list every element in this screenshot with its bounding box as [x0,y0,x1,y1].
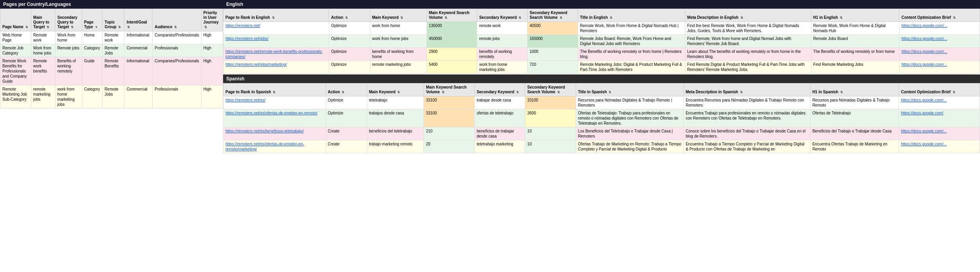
es-sec-kw-sort[interactable]: ⇅ [516,91,519,94]
es-content-3[interactable]: https://docs.google.com/... [899,140,980,153]
spanish-table-row: https://remoters.net/es/ofertas-de-emple… [223,140,980,153]
es-action-sort[interactable]: ⇅ [342,91,344,94]
es-content-2[interactable]: https://docs.google.com/... [899,127,980,140]
es-page-rank-link[interactable]: https://remoters.net/es/ [225,98,265,102]
left-table: Page Name ⇅ Main Query to Target ⇅ Secon… [0,9,223,109]
left-cell-1-1: Work from home jobs [31,44,55,57]
en-title-3: Remote Marketing Jobs: Digital & Product… [578,61,685,74]
en-content-sort[interactable]: ⇅ [953,16,956,20]
es-content-link[interactable]: https://docs.google.com/... [901,129,947,133]
en-page-rank-link[interactable]: https://remoters.net/remote-work-benefit… [225,49,322,59]
es-page-rank-link[interactable]: https://remoters.net/es/ofertas-de-emple… [225,142,304,151]
left-cell-3-3: Category [82,85,103,109]
secondary-query-sort-icon[interactable]: ⇅ [71,25,74,29]
es-main-kw-3: trabajo marketing remoto [367,140,424,153]
es-page-rank-2[interactable]: https://remoters.net/es/beneficios-telet… [223,127,326,140]
en-page-rank-link[interactable]: https://remoters.net/jobs/ [225,36,268,41]
es-content-0[interactable]: https://docs.google.com/... [899,96,980,109]
en-main-kw-1: work from home jobs [370,35,427,48]
th-secondary-query: Secondary Query to Target ⇅ [55,9,82,31]
left-cell-1-3: Category [82,44,103,57]
left-cell-3-4: Remote Jobs [103,85,124,109]
th-es-main-kw: Main Keyword ⇅ [367,83,424,96]
en-content-link[interactable]: https://docs.google.com/... [901,24,947,28]
en-content-0[interactable]: https://docs.google.com/... [899,22,980,35]
es-page-rank-sort[interactable]: ⇅ [273,91,276,94]
en-content-1[interactable]: https://docs.google.com/... [899,35,980,48]
topic-sort-icon[interactable]: ⇅ [118,25,121,29]
intent-sort-icon[interactable]: ⇅ [127,25,130,29]
es-mkw-vol-sort[interactable]: ⇅ [442,91,445,94]
en-content-3[interactable]: https://docs.google.com/... [899,61,980,74]
left-cell-2-5: Informational [124,57,153,85]
es-h1-sort[interactable]: ⇅ [840,91,843,94]
es-page-rank-link[interactable]: https://remoters.net/es/ofertas-de-emple… [225,111,317,115]
es-content-link[interactable]: https://docs.google.com/... [901,142,947,146]
left-cell-3-5: Commercial [124,85,153,109]
en-page-rank-link[interactable]: https://remoters.net/jobs/marketing/ [225,62,287,67]
es-page-rank-0[interactable]: https://remoters.net/es/ [223,96,326,109]
en-title-sort[interactable]: ⇅ [610,16,612,20]
en-content-2[interactable]: https://docs.google.com/... [899,48,980,61]
th-en-page-rank: Page to Rank in English ⇅ [223,9,329,22]
en-mkw-vol-sort[interactable]: ⇅ [445,16,447,20]
es-sec-vol-1: 3600 [525,109,576,127]
es-page-rank-link[interactable]: https://remoters.net/es/beneficios-telet… [225,129,304,133]
left-cell-2-2: Benefits of working remotely [55,57,82,85]
es-sec-kw-1: ofertas de teletrabajo [474,109,525,127]
es-page-rank-1[interactable]: https://remoters.net/es/ofertas-de-emple… [223,109,326,127]
es-meta-sort[interactable]: ⇅ [740,91,743,94]
es-sec-kw-2: beneficios de trabajar desde casa [474,127,525,140]
es-title-sort[interactable]: ⇅ [609,91,611,94]
th-topic-group: Topic Group ⇅ [103,9,124,31]
english-table-row: https://remoters.net/jobs/Optimizework f… [223,35,980,48]
th-audience: Audience ⇅ [153,9,201,31]
es-content-sort[interactable]: ⇅ [953,91,955,94]
page-type-sort-icon[interactable]: ▼ [95,25,98,29]
left-cell-0-1: Remote work [31,31,55,44]
en-sec-vol-sort[interactable]: ⇅ [560,16,562,20]
es-h1-1: Ofertas de Teletrabajo [810,109,899,127]
en-content-link[interactable]: https://docs.google.com/... [901,36,947,41]
en-sec-kw-1: remote jobs [477,35,528,48]
left-cell-1-6: Professionals [153,44,201,57]
en-sec-kw-sort[interactable]: ⇅ [519,16,521,20]
en-page-rank-sort[interactable]: ⇅ [272,16,275,20]
audience-sort-icon[interactable]: ⇅ [174,25,177,29]
es-content-link[interactable]: https://docs.google.com/ [901,111,943,115]
es-page-rank-3[interactable]: https://remoters.net/es/ofertas-de-emple… [223,140,326,153]
main-layout: Pages per Country/Languages Page Name ⇅ … [0,0,980,153]
en-sec-vol-1: 165000 [528,35,578,48]
es-sec-vol-0: 33100 [525,96,576,109]
es-content-1[interactable]: https://docs.google.com/ [899,109,980,127]
en-title-0: Remote Work, Work From Home & Digital No… [578,22,685,35]
outer-container: Pages per Country/Languages Page Name ⇅ … [0,0,980,153]
page-name-sort-icon[interactable]: ⇅ [25,25,28,29]
left-cell-0-7: High [201,31,223,44]
en-page-rank-1[interactable]: https://remoters.net/jobs/ [223,35,329,48]
en-page-rank-link[interactable]: https://remoters.net/ [225,24,260,28]
en-h1-0: Remote Work, Work From Home & Digital No… [811,22,899,35]
english-table: Page to Rank in English ⇅ Action ⇅ Main … [223,9,980,74]
en-content-link[interactable]: https://docs.google.com/... [901,62,947,67]
en-content-link[interactable]: https://docs.google.com/... [901,49,947,54]
en-page-rank-3[interactable]: https://remoters.net/jobs/marketing/ [223,61,329,74]
priority-sort-icon[interactable]: ⇅ [204,25,207,29]
en-page-rank-2[interactable]: https://remoters.net/remote-work-benefit… [223,48,329,61]
left-cell-2-1: Remote work benefits [31,57,55,85]
en-page-rank-0[interactable]: https://remoters.net/ [223,22,329,35]
en-action-sort[interactable]: ⇅ [345,16,348,20]
spanish-table-body: https://remoters.net/es/Optimizeteletrab… [223,96,980,153]
en-h1-sort[interactable]: ⇅ [840,16,843,20]
es-action-2: Create [326,127,367,140]
es-content-link[interactable]: https://docs.google.com/... [901,98,947,102]
en-main-kw-sort[interactable]: ⇅ [400,16,403,20]
right-panel: English Page to Rank in English ⇅ Action… [223,0,980,153]
th-en-title: Title in English ⇅ [578,9,685,22]
th-main-query: Main Query to Target ⇅ [31,9,55,31]
es-sec-vol-sort[interactable]: ⇅ [557,91,560,94]
en-meta-sort[interactable]: ⇅ [740,16,743,20]
es-title-1: Ofertas de Teletrabajo: Trabajo para pro… [576,109,683,127]
es-main-kw-sort[interactable]: ⇅ [397,91,400,94]
main-query-sort-icon[interactable]: ⇅ [47,25,49,29]
